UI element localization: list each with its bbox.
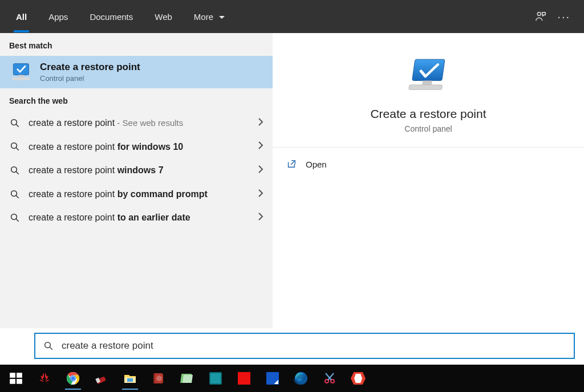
- feedback-icon[interactable]: [534, 10, 547, 23]
- web-result-text: create a restore point for windows 10: [29, 141, 250, 153]
- svg-line-9: [16, 172, 19, 174]
- web-result[interactable]: create a restore point to an earlier dat…: [0, 206, 273, 230]
- diagonal-app-icon[interactable]: [259, 366, 286, 391]
- web-results-list: create a restore point - See web results…: [0, 111, 273, 230]
- web-result-text: create a restore point windows 7: [29, 164, 250, 177]
- teal-monitor-icon: [209, 372, 222, 385]
- tab-all[interactable]: All: [14, 2, 29, 32]
- svg-line-7: [16, 148, 19, 151]
- svg-rect-30: [127, 378, 133, 382]
- svg-point-12: [11, 214, 17, 220]
- sticky-notes-icon[interactable]: [173, 366, 201, 391]
- file-explorer-icon[interactable]: [116, 366, 144, 391]
- tab-web[interactable]: Web: [152, 2, 175, 32]
- best-match-text: Create a restore point Control panel: [40, 62, 140, 83]
- chevron-right-icon: [258, 117, 263, 129]
- ellipsis-icon[interactable]: ···: [557, 10, 570, 23]
- svg-rect-33: [182, 375, 193, 383]
- chevron-right-icon: [258, 141, 263, 152]
- svg-rect-2: [18, 75, 23, 77]
- svg-rect-21: [10, 379, 15, 384]
- svg-line-18: [50, 347, 52, 350]
- foxit-icon[interactable]: [145, 366, 172, 391]
- anydesk-icon[interactable]: [344, 366, 372, 391]
- svg-rect-14: [412, 59, 445, 80]
- best-match-result[interactable]: Create a restore point Control panel: [0, 56, 273, 88]
- search-icon: [43, 341, 54, 351]
- rufus-icon[interactable]: [88, 366, 115, 391]
- preview-actions: Open: [273, 148, 584, 181]
- web-result-text: create a restore point - See web results: [29, 117, 250, 129]
- search-web-label: Search the web: [0, 88, 273, 111]
- svg-point-8: [11, 167, 17, 173]
- preview-subtitle: Control panel: [404, 124, 452, 133]
- best-match-title: Create a restore point: [40, 62, 140, 73]
- svg-line-5: [16, 124, 19, 127]
- svg-rect-20: [17, 373, 22, 378]
- svg-point-0: [538, 12, 541, 15]
- best-match-label: Best match: [0, 33, 273, 56]
- chevron-right-icon: [258, 189, 263, 200]
- search-icon: [9, 141, 21, 152]
- best-match-subtitle: Control panel: [40, 74, 140, 83]
- search-tabs: All Apps Documents Web More ···: [0, 0, 584, 33]
- results-column: Best match Create a restore point Contro…: [0, 33, 273, 328]
- svg-line-11: [16, 195, 19, 198]
- edge-icon[interactable]: [287, 366, 315, 391]
- svg-rect-15: [422, 80, 432, 84]
- web-result[interactable]: create a restore point windows 7: [0, 158, 273, 182]
- chevron-right-icon: [258, 212, 263, 223]
- tab-apps[interactable]: Apps: [46, 2, 70, 32]
- svg-point-17: [45, 342, 51, 348]
- preview-pane: Create a restore point Control panel Ope…: [273, 33, 584, 328]
- system-check-icon: [9, 62, 32, 83]
- start-button[interactable]: [2, 366, 30, 391]
- blue-diagonal-icon: [266, 372, 279, 385]
- svg-point-31: [156, 375, 162, 381]
- screen-app-icon[interactable]: [202, 366, 229, 391]
- web-result[interactable]: create a restore point by command prompt: [0, 182, 273, 206]
- svg-rect-19: [10, 373, 15, 378]
- svg-rect-22: [17, 379, 22, 384]
- search-panel: Best match Create a restore point Contro…: [0, 33, 584, 328]
- svg-rect-1: [13, 63, 29, 75]
- tab-more[interactable]: More: [192, 2, 227, 32]
- search-icon: [9, 118, 21, 128]
- open-external-icon: [286, 159, 297, 169]
- search-input[interactable]: [62, 340, 566, 352]
- system-check-icon: [405, 56, 452, 97]
- tab-documents[interactable]: Documents: [87, 2, 135, 32]
- svg-line-13: [16, 219, 19, 222]
- svg-point-10: [11, 190, 17, 196]
- search-icon: [9, 213, 21, 223]
- web-result-text: create a restore point by command prompt: [29, 188, 250, 201]
- svg-point-6: [11, 143, 17, 149]
- search-bar[interactable]: [34, 333, 575, 359]
- chevron-down-icon: [219, 16, 225, 19]
- taskbar: [0, 365, 584, 392]
- preview-title: Create a restore point: [370, 107, 486, 121]
- svg-point-4: [11, 119, 17, 125]
- web-result[interactable]: create a restore point - See web results: [0, 111, 273, 135]
- huawei-icon[interactable]: [31, 366, 58, 391]
- open-action-label: Open: [306, 160, 327, 169]
- svg-rect-16: [409, 85, 443, 89]
- red-square-icon[interactable]: [230, 366, 258, 391]
- svg-rect-3: [13, 77, 30, 80]
- web-result-text: create a restore point to an earlier dat…: [29, 211, 250, 224]
- search-icon: [9, 189, 21, 199]
- snipping-icon[interactable]: [316, 366, 343, 391]
- red-square-icon: [238, 372, 250, 385]
- web-result[interactable]: create a restore point for windows 10: [0, 135, 273, 159]
- svg-point-26: [71, 376, 75, 380]
- search-icon: [9, 165, 21, 175]
- anydesk-icon: [351, 372, 366, 385]
- preview-header: Create a restore point Control panel: [273, 33, 584, 148]
- chrome-icon[interactable]: [59, 366, 87, 391]
- open-action[interactable]: Open: [282, 153, 575, 175]
- tab-more-label: More: [194, 12, 213, 22]
- chevron-right-icon: [258, 165, 263, 176]
